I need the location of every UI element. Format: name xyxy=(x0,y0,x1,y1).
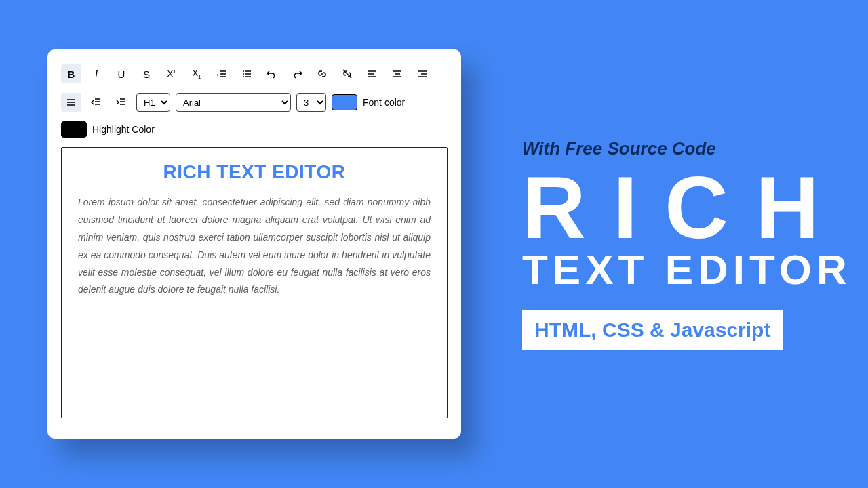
toolbar: B I U S X1 X1 123 xyxy=(61,64,448,138)
align-right-button[interactable] xyxy=(412,64,433,83)
redo-button[interactable] xyxy=(287,64,307,83)
svg-point-6 xyxy=(243,70,244,72)
underline-button[interactable]: U xyxy=(111,64,132,83)
undo-button[interactable] xyxy=(262,64,282,83)
justify-button[interactable] xyxy=(61,93,81,112)
font-color-swatch[interactable] xyxy=(332,94,357,110)
content-body: Lorem ipsum dolor sit amet, consectetuer… xyxy=(78,194,431,299)
ordered-list-button[interactable]: 123 xyxy=(212,64,232,83)
content-heading: RICH TEXT EDITOR xyxy=(78,161,431,183)
font-select[interactable]: Arial xyxy=(176,93,291,112)
outdent-button[interactable] xyxy=(86,93,106,112)
font-color-label: Font color xyxy=(363,97,405,108)
promo-subtitle: With Free Source Code xyxy=(522,138,852,159)
strikethrough-icon: S xyxy=(143,68,150,80)
svg-point-7 xyxy=(243,73,244,75)
superscript-icon: X1 xyxy=(167,68,176,79)
strikethrough-button[interactable]: S xyxy=(136,64,157,83)
align-left-button[interactable] xyxy=(362,64,382,83)
bold-button[interactable]: B xyxy=(61,64,81,83)
promo-panel: With Free Source Code RICH TEXT EDITOR H… xyxy=(522,138,852,350)
highlight-color-swatch[interactable] xyxy=(61,121,87,138)
justify-icon xyxy=(66,97,77,108)
unordered-list-icon xyxy=(241,68,252,79)
promo-title-line1: RICH xyxy=(522,163,852,251)
redo-icon xyxy=(292,68,302,79)
undo-icon xyxy=(267,68,277,79)
promo-tag: HTML, CSS & Javascript xyxy=(522,310,783,350)
link-icon xyxy=(317,68,328,79)
indent-icon xyxy=(116,97,127,108)
unlink-icon xyxy=(342,68,353,79)
ordered-list-icon: 123 xyxy=(216,68,227,79)
subscript-icon: X1 xyxy=(192,68,201,80)
outdent-icon xyxy=(91,97,102,108)
underline-icon: U xyxy=(118,68,125,80)
svg-text:3: 3 xyxy=(217,75,219,78)
bold-icon: B xyxy=(68,68,75,80)
highlight-color-label: Highlight Color xyxy=(92,124,155,135)
size-select[interactable]: 3 xyxy=(296,93,326,112)
promo-title-line2: TEXT EDITOR xyxy=(522,247,852,291)
align-center-button[interactable] xyxy=(387,64,408,83)
superscript-button[interactable]: X1 xyxy=(161,64,182,83)
unlink-button[interactable] xyxy=(337,64,357,83)
link-button[interactable] xyxy=(312,64,332,83)
subscript-button[interactable]: X1 xyxy=(186,64,207,83)
align-left-icon xyxy=(367,68,378,79)
editor-card: B I U S X1 X1 123 xyxy=(47,49,461,439)
unordered-list-button[interactable] xyxy=(237,64,257,83)
text-editor-area[interactable]: RICH TEXT EDITOR Lorem ipsum dolor sit a… xyxy=(61,147,448,418)
indent-button[interactable] xyxy=(111,93,132,112)
align-center-icon xyxy=(392,68,403,79)
svg-point-8 xyxy=(243,76,244,77)
italic-button[interactable]: I xyxy=(86,64,106,83)
align-right-icon xyxy=(417,68,428,79)
italic-icon: I xyxy=(95,68,98,80)
heading-select[interactable]: H1 xyxy=(136,93,170,112)
